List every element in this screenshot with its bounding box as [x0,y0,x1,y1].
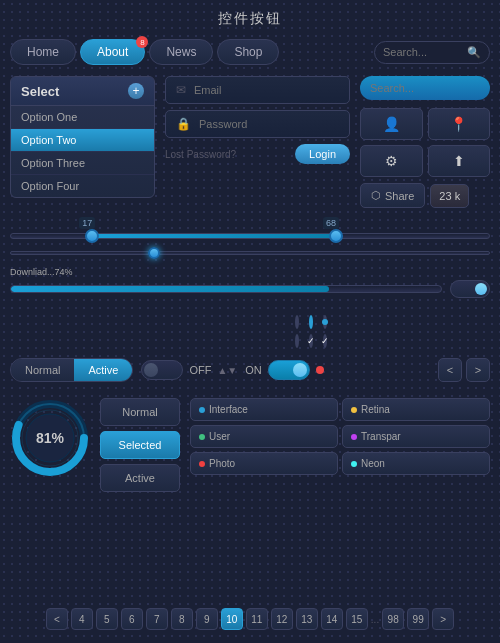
password-input[interactable] [199,118,339,130]
right-arrow-btn[interactable]: > [466,358,490,382]
single-slider[interactable] [10,251,490,255]
page-9[interactable]: 9 [196,608,218,630]
active-btn[interactable]: Active [74,359,132,381]
tag-retina-label: Retina [361,404,390,415]
nav-about[interactable]: About 8 [80,39,145,65]
dual-slider-thumb-right[interactable]: 68 [329,229,343,243]
page-13[interactable]: 13 [296,608,318,630]
tag-user[interactable]: User [190,425,338,448]
left-column: Select + Option One Option Two Option Th… [10,76,155,208]
sliders-section: 17 68 Downliad...74% [0,213,500,313]
login-form: ✉ 🔒 Lost Password? Login [165,76,350,164]
share-label: Share [385,190,414,202]
page-15[interactable]: 15 [346,608,368,630]
select-option-4[interactable]: Option Four [11,175,154,197]
select-option-1[interactable]: Option One [11,106,154,129]
radio-dot-3[interactable] [323,315,327,329]
page-14[interactable]: 14 [321,608,343,630]
search-blue-input[interactable] [370,82,500,94]
off-knob [144,363,158,377]
tag-dot-interface [199,407,205,413]
page-99[interactable]: 99 [407,608,429,630]
tag-neon[interactable]: Neon [342,452,490,475]
page-11[interactable]: 11 [246,608,268,630]
nav-news[interactable]: News [149,39,213,65]
page-6[interactable]: 6 [121,608,143,630]
tag-interface[interactable]: Interface [190,398,338,421]
circular-progress: 81% [10,398,90,478]
toggle-pill-download[interactable] [450,280,490,298]
state-selected-btn[interactable]: Selected [100,431,180,459]
single-slider-thumb[interactable] [148,247,160,259]
nav-home[interactable]: Home [10,39,76,65]
page-7[interactable]: 7 [146,608,168,630]
slider-label-right: 68 [323,217,339,229]
radio-dot-2[interactable] [309,315,313,329]
tag-transpar[interactable]: Transpar [342,425,490,448]
tag-dot-photo [199,461,205,467]
select-dropdown: Select + Option One Option Two Option Th… [10,76,155,198]
check-dot-2[interactable] [309,334,313,348]
nav-search-input[interactable] [383,46,463,58]
normal-btn[interactable]: Normal [11,359,74,381]
page-4[interactable]: 4 [71,608,93,630]
state-active-btn[interactable]: Active [100,464,180,492]
check-dot-1[interactable] [295,334,299,348]
page-next[interactable]: > [432,608,454,630]
toggle-chevron: ▲▼ [217,365,237,376]
page-5[interactable]: 5 [96,608,118,630]
tag-buttons: Interface Retina User Transpar Photo Neo… [190,398,490,475]
toggle-indicator-dot [316,366,324,374]
radio-dot-1[interactable] [295,315,299,329]
tag-dot-transpar [351,434,357,440]
check-dot-3[interactable] [323,334,327,348]
page-prev[interactable]: < [46,608,68,630]
nav-about-badge: 8 [136,36,148,48]
password-icon: 🔒 [176,117,191,131]
dual-slider-thumb-left[interactable]: 17 [85,229,99,243]
tag-photo[interactable]: Photo [190,452,338,475]
page-98[interactable]: 98 [382,608,404,630]
tag-retina[interactable]: Retina [342,398,490,421]
on-switch[interactable] [268,360,310,380]
bottom-section: 81% Normal Selected Active Interface Ret… [0,393,500,497]
page-8[interactable]: 8 [171,608,193,630]
right-column: 🔍 👤 📍 ⚙ ⬆ ⬡ Share 23 k [360,76,490,208]
left-arrow-btn[interactable]: < [438,358,462,382]
tag-photo-label: Photo [209,458,235,469]
dual-slider-track[interactable]: 17 68 [10,233,490,239]
state-normal-btn[interactable]: Normal [100,398,180,426]
page-dots: ... [371,614,379,625]
share-button[interactable]: ⬡ Share [360,183,425,208]
select-add-btn[interactable]: + [128,83,144,99]
select-label: Select [21,84,59,99]
page-10[interactable]: 10 [221,608,243,630]
off-switch[interactable] [141,360,183,380]
slider-label-left: 17 [79,217,95,229]
icon-upload-btn[interactable]: ⬆ [428,145,491,177]
page-12[interactable]: 12 [271,608,293,630]
select-header: Select + [11,77,154,106]
icon-location-btn[interactable]: 📍 [428,108,491,140]
download-row [10,280,490,298]
login-button[interactable]: Login [295,144,350,164]
nav-shop[interactable]: Shop [217,39,279,65]
mid-column: ✉ 🔒 Lost Password? Login [165,76,350,208]
select-option-3[interactable]: Option Three [11,152,154,175]
toggle-row: Normal Active OFF ▲▼ ON < > [0,353,500,387]
icon-settings-btn[interactable]: ⚙ [360,145,423,177]
toggle-pill-knob [475,283,487,295]
tag-dot-retina [351,407,357,413]
icon-user-btn[interactable]: 👤 [360,108,423,140]
nav-search-box: 🔍 [374,41,490,64]
select-option-2[interactable]: Option Two [11,129,154,152]
page-title: 控件按钮 [0,0,500,33]
email-input[interactable] [194,84,339,96]
password-field-container: 🔒 [165,110,350,138]
nav-bar: Home About 8 News Shop 🔍 [0,33,500,71]
lost-password-row: Lost Password? Login [165,144,350,164]
check-dots-row [0,334,500,353]
tag-dot-user [199,434,205,440]
off-toggle: OFF ▲▼ [141,360,237,380]
download-label: Downliad...74% [10,267,490,277]
